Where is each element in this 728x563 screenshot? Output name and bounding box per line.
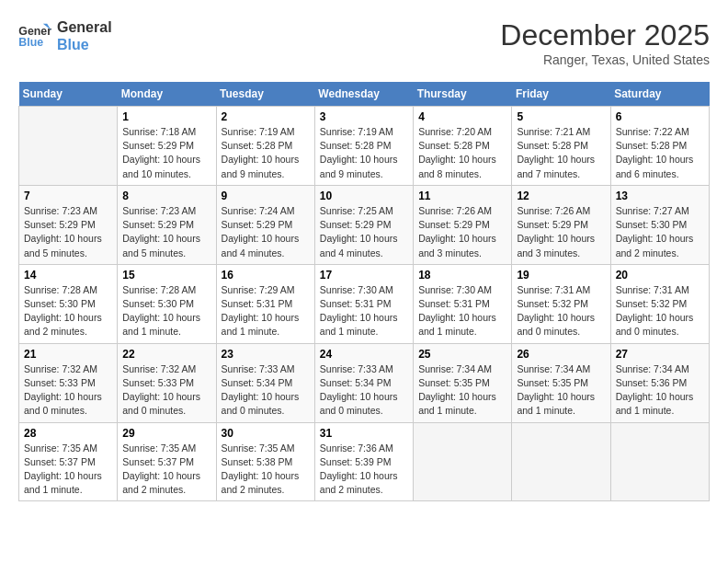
day-number: 1 <box>122 110 210 123</box>
day-info: Sunrise: 7:30 AM Sunset: 5:31 PM Dayligh… <box>320 283 408 339</box>
calendar-cell: 18Sunrise: 7:30 AM Sunset: 5:31 PM Dayli… <box>414 264 512 343</box>
header-sunday: Sunday <box>19 82 118 107</box>
day-info: Sunrise: 7:32 AM Sunset: 5:33 PM Dayligh… <box>24 362 112 419</box>
calendar-cell <box>512 422 610 501</box>
calendar-cell: 21Sunrise: 7:32 AM Sunset: 5:33 PM Dayli… <box>19 343 118 422</box>
calendar-cell: 19Sunrise: 7:31 AM Sunset: 5:32 PM Dayli… <box>512 264 610 343</box>
day-info: Sunrise: 7:34 AM Sunset: 5:35 PM Dayligh… <box>418 362 506 419</box>
calendar-cell: 23Sunrise: 7:33 AM Sunset: 5:34 PM Dayli… <box>216 343 314 422</box>
calendar-cell: 7Sunrise: 7:23 AM Sunset: 5:29 PM Daylig… <box>19 185 118 264</box>
day-info: Sunrise: 7:33 AM Sunset: 5:34 PM Dayligh… <box>320 362 408 419</box>
calendar-cell: 22Sunrise: 7:32 AM Sunset: 5:33 PM Dayli… <box>118 343 216 422</box>
header-saturday: Saturday <box>610 82 709 107</box>
calendar-cell: 20Sunrise: 7:31 AM Sunset: 5:32 PM Dayli… <box>610 264 709 343</box>
day-number: 28 <box>24 427 112 440</box>
calendar-week-3: 14Sunrise: 7:28 AM Sunset: 5:30 PM Dayli… <box>19 264 710 343</box>
day-info: Sunrise: 7:26 AM Sunset: 5:29 PM Dayligh… <box>418 204 506 260</box>
logo-text-blue: Blue <box>57 36 112 53</box>
day-info: Sunrise: 7:19 AM Sunset: 5:28 PM Dayligh… <box>320 125 408 181</box>
day-info: Sunrise: 7:28 AM Sunset: 5:30 PM Dayligh… <box>122 283 210 339</box>
calendar-cell: 12Sunrise: 7:26 AM Sunset: 5:29 PM Dayli… <box>512 185 610 264</box>
day-info: Sunrise: 7:21 AM Sunset: 5:28 PM Dayligh… <box>517 125 605 181</box>
page-title: December 2025 <box>500 18 710 52</box>
day-info: Sunrise: 7:34 AM Sunset: 5:36 PM Dayligh… <box>616 362 704 419</box>
day-info: Sunrise: 7:27 AM Sunset: 5:30 PM Dayligh… <box>616 204 704 260</box>
logo-text-general: General <box>57 18 112 36</box>
day-info: Sunrise: 7:22 AM Sunset: 5:28 PM Dayligh… <box>616 125 704 181</box>
day-number: 20 <box>616 269 704 282</box>
day-info: Sunrise: 7:23 AM Sunset: 5:29 PM Dayligh… <box>122 204 210 260</box>
calendar-cell: 13Sunrise: 7:27 AM Sunset: 5:30 PM Dayli… <box>610 185 709 264</box>
calendar-header-row: SundayMondayTuesdayWednesdayThursdayFrid… <box>19 82 710 107</box>
calendar-cell: 29Sunrise: 7:35 AM Sunset: 5:37 PM Dayli… <box>118 422 216 501</box>
day-number: 12 <box>517 190 605 202</box>
day-info: Sunrise: 7:18 AM Sunset: 5:29 PM Dayligh… <box>122 125 210 181</box>
day-info: Sunrise: 7:24 AM Sunset: 5:29 PM Dayligh… <box>222 204 310 260</box>
page-header: General Blue General Blue December 2025 … <box>18 18 710 67</box>
day-number: 31 <box>320 427 408 440</box>
day-number: 22 <box>122 348 210 361</box>
calendar-cell: 1Sunrise: 7:18 AM Sunset: 5:29 PM Daylig… <box>118 107 216 186</box>
calendar-cell: 2Sunrise: 7:19 AM Sunset: 5:28 PM Daylig… <box>216 107 314 186</box>
day-number: 29 <box>122 427 210 440</box>
logo: General Blue General Blue <box>18 18 112 53</box>
day-number: 13 <box>616 190 704 202</box>
day-number: 26 <box>517 348 605 361</box>
day-number: 14 <box>24 269 112 282</box>
day-number: 19 <box>517 269 605 282</box>
calendar-week-2: 7Sunrise: 7:23 AM Sunset: 5:29 PM Daylig… <box>19 185 710 264</box>
page-subtitle: Ranger, Texas, United States <box>500 52 710 67</box>
day-number: 3 <box>320 110 408 123</box>
day-number: 15 <box>122 269 210 282</box>
day-number: 8 <box>122 190 210 202</box>
day-number: 5 <box>517 110 605 123</box>
calendar-cell: 10Sunrise: 7:25 AM Sunset: 5:29 PM Dayli… <box>314 185 413 264</box>
day-number: 11 <box>418 190 506 202</box>
calendar-cell: 6Sunrise: 7:22 AM Sunset: 5:28 PM Daylig… <box>610 107 709 186</box>
calendar-cell: 25Sunrise: 7:34 AM Sunset: 5:35 PM Dayli… <box>414 343 512 422</box>
day-number: 2 <box>222 110 310 123</box>
day-number: 23 <box>222 348 310 361</box>
calendar-cell <box>610 422 709 501</box>
day-info: Sunrise: 7:26 AM Sunset: 5:29 PM Dayligh… <box>517 204 605 260</box>
day-number: 17 <box>320 269 408 282</box>
calendar-week-1: 1Sunrise: 7:18 AM Sunset: 5:29 PM Daylig… <box>19 107 710 186</box>
day-info: Sunrise: 7:31 AM Sunset: 5:32 PM Dayligh… <box>517 283 605 339</box>
header-wednesday: Wednesday <box>314 82 413 107</box>
day-number: 27 <box>616 348 704 361</box>
day-info: Sunrise: 7:34 AM Sunset: 5:35 PM Dayligh… <box>517 362 605 419</box>
day-info: Sunrise: 7:35 AM Sunset: 5:37 PM Dayligh… <box>122 442 210 498</box>
header-monday: Monday <box>118 82 216 107</box>
day-number: 25 <box>418 348 506 361</box>
calendar-cell: 30Sunrise: 7:35 AM Sunset: 5:38 PM Dayli… <box>216 422 314 501</box>
calendar-cell: 16Sunrise: 7:29 AM Sunset: 5:31 PM Dayli… <box>216 264 314 343</box>
day-number: 24 <box>320 348 408 361</box>
day-info: Sunrise: 7:20 AM Sunset: 5:28 PM Dayligh… <box>418 125 506 181</box>
header-tuesday: Tuesday <box>216 82 314 107</box>
calendar-week-5: 28Sunrise: 7:35 AM Sunset: 5:37 PM Dayli… <box>19 422 710 501</box>
day-number: 21 <box>24 348 112 361</box>
calendar-table: SundayMondayTuesdayWednesdayThursdayFrid… <box>18 82 710 501</box>
day-number: 10 <box>320 190 408 202</box>
calendar-cell: 28Sunrise: 7:35 AM Sunset: 5:37 PM Dayli… <box>19 422 118 501</box>
calendar-cell: 14Sunrise: 7:28 AM Sunset: 5:30 PM Dayli… <box>19 264 118 343</box>
day-info: Sunrise: 7:30 AM Sunset: 5:31 PM Dayligh… <box>418 283 506 339</box>
day-number: 16 <box>222 269 310 282</box>
header-friday: Friday <box>512 82 610 107</box>
day-number: 18 <box>418 269 506 282</box>
day-number: 7 <box>24 190 112 202</box>
day-info: Sunrise: 7:36 AM Sunset: 5:39 PM Dayligh… <box>320 442 408 498</box>
day-info: Sunrise: 7:19 AM Sunset: 5:28 PM Dayligh… <box>222 125 310 181</box>
day-info: Sunrise: 7:23 AM Sunset: 5:29 PM Dayligh… <box>24 204 112 260</box>
day-info: Sunrise: 7:29 AM Sunset: 5:31 PM Dayligh… <box>222 283 310 339</box>
calendar-cell <box>19 107 118 186</box>
header-thursday: Thursday <box>414 82 512 107</box>
calendar-cell <box>414 422 512 501</box>
day-info: Sunrise: 7:31 AM Sunset: 5:32 PM Dayligh… <box>616 283 704 339</box>
calendar-cell: 8Sunrise: 7:23 AM Sunset: 5:29 PM Daylig… <box>118 185 216 264</box>
calendar-cell: 31Sunrise: 7:36 AM Sunset: 5:39 PM Dayli… <box>314 422 413 501</box>
day-number: 9 <box>222 190 310 202</box>
calendar-cell: 3Sunrise: 7:19 AM Sunset: 5:28 PM Daylig… <box>314 107 413 186</box>
calendar-cell: 5Sunrise: 7:21 AM Sunset: 5:28 PM Daylig… <box>512 107 610 186</box>
day-number: 30 <box>222 427 310 440</box>
